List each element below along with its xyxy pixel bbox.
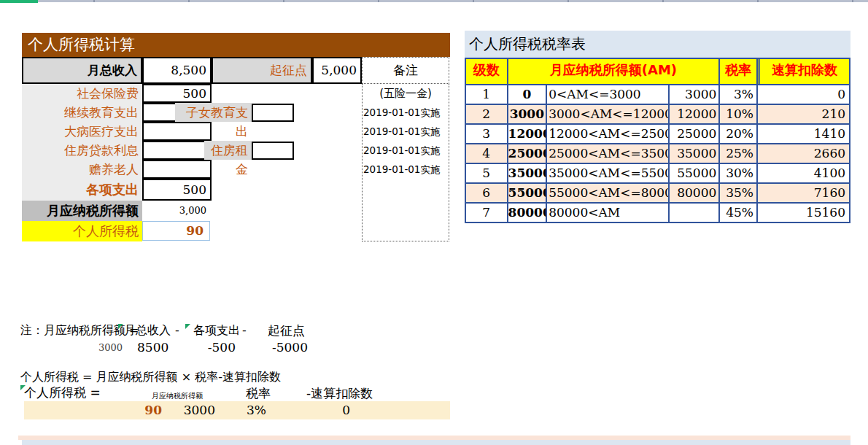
- formula1-value-income: 8500: [137, 340, 172, 355]
- cell-rate: 20%: [720, 125, 758, 143]
- table-row: 5 35000 35000<AM<=55000 55000 30% 4100: [466, 163, 849, 182]
- cell-lower: 25000: [508, 144, 548, 163]
- row-label-mortgage-interest: 住房贷款利息: [22, 141, 142, 160]
- comment-marker-icon: [185, 324, 190, 329]
- cell-level: 6: [466, 184, 508, 202]
- cell-level: 3: [466, 125, 508, 143]
- cell-level: 5: [466, 164, 508, 182]
- row-value-elderly-support[interactable]: [142, 160, 212, 179]
- row-label-serious-illness: 大病医疗支出: [22, 122, 142, 141]
- formula1-term-threshold: 起征点: [268, 322, 305, 339]
- cell-range: 12000<AM<=25000: [547, 125, 670, 143]
- cell-rate: 35%: [720, 184, 758, 202]
- cell-range: 80000<AM: [547, 204, 670, 222]
- row-value-children-education[interactable]: [252, 104, 294, 122]
- cell-range: 35000<AM<=55000: [547, 164, 670, 182]
- income-tax-label: 个人所得税: [22, 221, 142, 241]
- cell-upper: 3000: [670, 85, 720, 104]
- result-tax-value: 90: [131, 403, 166, 417]
- cell-rate: 3%: [720, 85, 758, 104]
- cell-level: 7: [466, 204, 508, 222]
- income-label: 月总收入: [22, 57, 142, 84]
- cell-upper: 55000: [670, 164, 720, 182]
- cell-lower: 80000: [508, 204, 548, 222]
- row-label-social-insurance: 社会保险费: [22, 84, 142, 103]
- top-column-strip: [0, 0, 868, 2]
- income-tax-value-cell[interactable]: 90: [142, 221, 210, 241]
- cell-deduction: 7160: [758, 184, 849, 202]
- cell-upper: 35000: [670, 144, 720, 163]
- cell-rate: 10%: [720, 105, 758, 123]
- income-value-cell[interactable]: 8,500: [142, 57, 212, 84]
- cell-range: 3000<AM<=12000: [547, 105, 670, 123]
- formula1-value-expense: -500: [206, 340, 239, 355]
- cell-lower: 55000: [508, 184, 548, 202]
- table-row: 3 12000 12000<AM<=25000 25000 20% 1410: [466, 123, 849, 143]
- remark-effective-date-1: 2019-01-01实施: [363, 103, 448, 122]
- tax-rate-table-title: 个人所得税税率表: [465, 31, 850, 58]
- row-label-children-education: 子女教育支出: [175, 103, 252, 122]
- table-row: 6 55000 55000<AM<=80000 80000 35% 7160: [466, 182, 849, 202]
- remark-social-insurance: (五险一金): [363, 84, 448, 103]
- taxable-income-value[interactable]: 3,000: [142, 201, 210, 221]
- spreadsheet-canvas: 个人所得税计算 月总收入 8,500 起征点 5,000 备注 社会保险费 50…: [0, 0, 868, 445]
- cell-deduction: 0: [758, 85, 849, 104]
- cell-range: 0<AM<=3000: [547, 85, 670, 104]
- row-value-serious-illness[interactable]: [142, 122, 212, 141]
- table-row: 4 25000 25000<AM<=35000 35000 25% 2660: [466, 143, 849, 163]
- cell-deduction: 1410: [758, 125, 849, 143]
- calc-panel-title: 个人所得税计算: [22, 33, 450, 57]
- row-label-continuing-education: 继续教育支出: [22, 103, 142, 122]
- cell-rate: 25%: [720, 144, 758, 163]
- formula2-text: 个人所得税 = 月应纳税所得额 × 税率-速算扣除数: [20, 370, 281, 385]
- cell-lower: 0: [508, 85, 548, 104]
- cell-rate: 30%: [720, 164, 758, 182]
- total-expense-label: 各项支出: [22, 179, 142, 201]
- threshold-label: 起征点: [212, 57, 312, 84]
- row-value-mortgage-interest[interactable]: [142, 141, 212, 160]
- formula1-term-income: 月总收入: [124, 323, 171, 338]
- cell-level: 4: [466, 144, 508, 163]
- formula1-result: 3000: [98, 342, 126, 353]
- result-deduction-value: 0: [328, 403, 354, 417]
- threshold-value-cell[interactable]: 5,000: [312, 57, 362, 84]
- cell-lower: 12000: [508, 125, 548, 143]
- remark-effective-date-2: 2019-01-01实施: [363, 122, 448, 141]
- formula3-col-amount: 月应纳税所得额: [152, 391, 203, 401]
- formula1-minus2: -: [242, 323, 247, 337]
- row-value-housing-rent[interactable]: [252, 142, 294, 160]
- header-rate: 税率: [720, 59, 758, 84]
- cell-level: 2: [466, 105, 508, 123]
- cell-lower: 35000: [508, 164, 548, 182]
- formula1-value-threshold: -5000: [271, 340, 311, 355]
- cell-upper: [670, 204, 720, 222]
- cell-deduction: 4100: [758, 164, 849, 182]
- formula3-col-deduction: -速算扣除数: [306, 385, 373, 402]
- formula3-label: 个人所得税 =: [24, 384, 101, 401]
- row-value-social-insurance[interactable]: 500: [142, 84, 212, 103]
- table-row: 2 3000 3000<AM<=12000 12000 10% 210: [466, 104, 849, 123]
- remark-column-header: 备注: [362, 57, 449, 84]
- cell-deduction: 210: [758, 105, 849, 123]
- result-row-highlight: [24, 401, 450, 419]
- bottom-blue-strip: [22, 440, 850, 445]
- table-row: 1 0 0<AM<=3000 3000 3% 0: [466, 84, 849, 104]
- formula3-col-rate: 税率: [246, 385, 271, 402]
- row-label-housing-rent: 住房租金: [204, 141, 252, 160]
- comment-marker-icon: [118, 324, 123, 329]
- formula1-minus1: -: [175, 323, 179, 337]
- cell-lower: 3000: [508, 105, 548, 123]
- total-expense-value-cell[interactable]: 500: [142, 179, 212, 201]
- tax-rate-table: 个人所得税税率表 级数 月应纳税所得额(AM) 税率 速算扣除数 1 0 0<A…: [465, 31, 850, 223]
- header-amount: 月应纳税所得额(AM): [508, 59, 721, 84]
- remark-effective-date-3: 2019-01-01实施: [363, 141, 448, 160]
- cell-upper: 80000: [670, 184, 720, 202]
- top-green-selection-marker: [0, 0, 38, 3]
- result-rate-value: 3%: [241, 403, 270, 417]
- header-deduction: 速算扣除数: [758, 59, 849, 84]
- remark-effective-date-4: 2019-01-01实施: [363, 160, 448, 179]
- tax-rate-table-header: 级数 月应纳税所得额(AM) 税率 速算扣除数: [466, 59, 849, 84]
- table-row: 7 80000 80000<AM 45% 15160: [466, 202, 849, 222]
- cell-range: 55000<AM<=80000: [547, 184, 670, 202]
- cell-deduction: 2660: [758, 144, 849, 163]
